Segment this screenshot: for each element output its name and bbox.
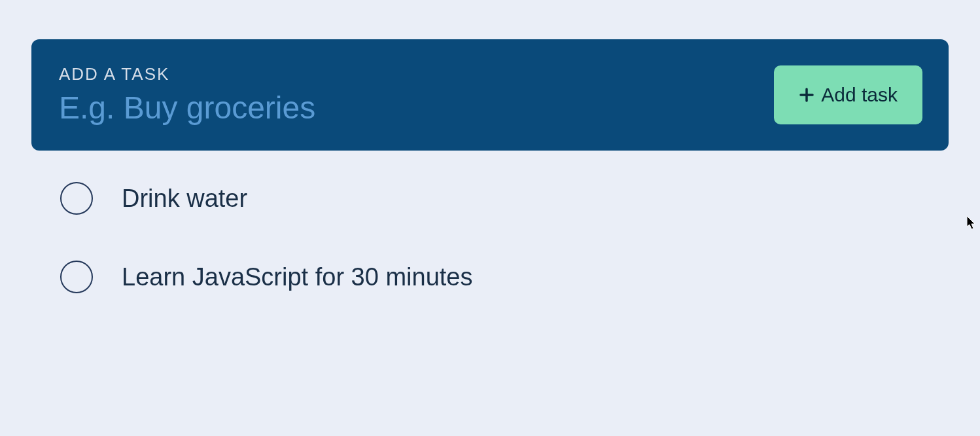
task-item: Drink water <box>60 182 949 215</box>
task-checkbox[interactable] <box>60 182 93 215</box>
task-input[interactable] <box>59 90 774 126</box>
plus-icon <box>799 87 814 103</box>
input-section: Add a task <box>59 64 774 126</box>
cursor-icon <box>967 216 977 233</box>
task-text: Learn JavaScript for 30 minutes <box>122 263 473 291</box>
task-list: Drink water Learn JavaScript for 30 minu… <box>31 182 949 293</box>
task-checkbox[interactable] <box>60 261 93 293</box>
add-task-label: Add a task <box>59 64 774 84</box>
add-task-panel: Add a task Add task <box>31 39 949 151</box>
add-task-button[interactable]: Add task <box>774 65 922 124</box>
task-text: Drink water <box>122 185 247 213</box>
task-item: Learn JavaScript for 30 minutes <box>60 261 949 293</box>
add-task-button-label: Add task <box>821 84 898 106</box>
